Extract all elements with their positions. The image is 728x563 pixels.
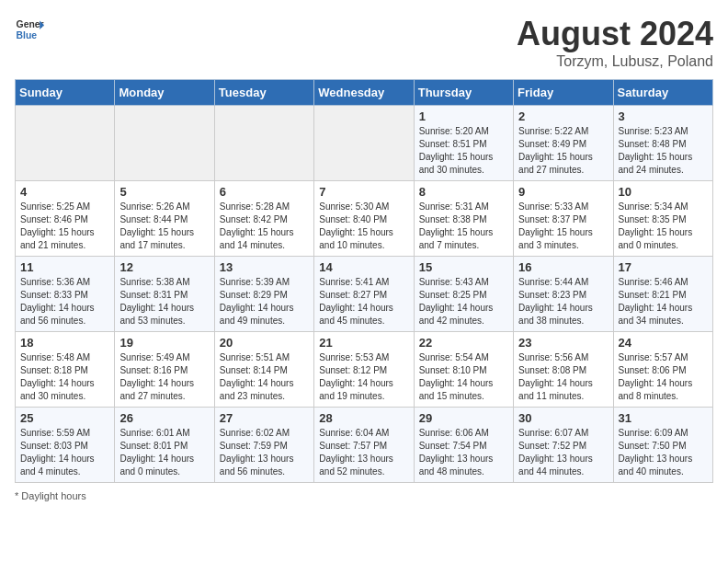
day-info: Sunrise: 5:53 AM Sunset: 8:12 PM Dayligh… [319,351,408,403]
day-info: Sunrise: 6:09 AM Sunset: 7:50 PM Dayligh… [619,427,708,478]
day-info: Sunrise: 5:46 AM Sunset: 8:21 PM Dayligh… [619,276,708,327]
calendar-cell [214,106,313,181]
calendar-cell: 17Sunrise: 5:46 AM Sunset: 8:21 PM Dayli… [613,257,712,332]
calendar-week-row: 4Sunrise: 5:25 AM Sunset: 8:46 PM Daylig… [16,181,713,257]
calendar-cell: 21Sunrise: 5:53 AM Sunset: 8:12 PM Dayli… [314,332,414,408]
day-info: Sunrise: 5:22 AM Sunset: 8:49 PM Dayligh… [518,125,608,177]
day-info: Sunrise: 5:20 AM Sunset: 8:51 PM Dayligh… [419,125,508,177]
day-info: Sunrise: 5:59 AM Sunset: 8:03 PM Dayligh… [20,427,109,478]
day-info: Sunrise: 6:01 AM Sunset: 8:01 PM Dayligh… [119,427,209,478]
calendar-cell: 14Sunrise: 5:41 AM Sunset: 8:27 PM Dayli… [314,257,414,332]
day-number: 6 [220,185,309,199]
day-number: 1 [419,109,508,123]
calendar-cell: 10Sunrise: 5:34 AM Sunset: 8:35 PM Dayli… [613,181,712,257]
day-number: 15 [419,260,508,274]
weekday-header: Thursday [414,80,513,106]
day-number: 19 [119,336,209,350]
day-info: Sunrise: 5:25 AM Sunset: 8:46 PM Dayligh… [20,201,109,252]
calendar-week-row: 18Sunrise: 5:48 AM Sunset: 8:18 PM Dayli… [16,332,713,408]
day-info: Sunrise: 5:36 AM Sunset: 8:33 PM Dayligh… [20,276,109,327]
title-block: August 2024 Torzym, Lubusz, Poland [517,15,713,70]
month-year: August 2024 [517,15,713,53]
day-info: Sunrise: 5:44 AM Sunset: 8:23 PM Dayligh… [518,276,608,327]
day-info: Sunrise: 5:38 AM Sunset: 8:31 PM Dayligh… [119,276,209,327]
weekday-header: Friday [514,80,613,106]
page-header: General Blue General Blue August 2024 To… [15,15,713,70]
calendar-cell: 31Sunrise: 6:09 AM Sunset: 7:50 PM Dayli… [613,408,712,483]
day-info: Sunrise: 5:33 AM Sunset: 8:37 PM Dayligh… [518,201,608,252]
day-info: Sunrise: 5:28 AM Sunset: 8:42 PM Dayligh… [220,201,309,252]
day-number: 27 [220,411,309,425]
day-number: 9 [518,185,608,199]
day-number: 25 [20,411,109,425]
calendar-cell: 3Sunrise: 5:23 AM Sunset: 8:48 PM Daylig… [613,106,712,181]
day-number: 13 [220,260,309,274]
calendar-cell: 15Sunrise: 5:43 AM Sunset: 8:25 PM Dayli… [414,257,513,332]
calendar-cell [115,106,214,181]
day-info: Sunrise: 6:02 AM Sunset: 7:59 PM Dayligh… [220,427,309,478]
calendar-cell: 13Sunrise: 5:39 AM Sunset: 8:29 PM Dayli… [214,257,313,332]
day-number: 31 [619,411,708,425]
day-info: Sunrise: 6:06 AM Sunset: 7:54 PM Dayligh… [419,427,508,478]
calendar-cell: 30Sunrise: 6:07 AM Sunset: 7:52 PM Dayli… [514,408,613,483]
calendar-cell: 19Sunrise: 5:49 AM Sunset: 8:16 PM Dayli… [115,332,214,408]
calendar-cell: 22Sunrise: 5:54 AM Sunset: 8:10 PM Dayli… [414,332,513,408]
calendar-cell: 12Sunrise: 5:38 AM Sunset: 8:31 PM Dayli… [115,257,214,332]
day-number: 8 [419,185,508,199]
day-info: Sunrise: 5:57 AM Sunset: 8:06 PM Dayligh… [619,351,708,403]
day-info: Sunrise: 5:48 AM Sunset: 8:18 PM Dayligh… [20,351,109,403]
day-info: Sunrise: 5:31 AM Sunset: 8:38 PM Dayligh… [419,201,508,252]
footer-note: * Daylight hours [15,490,713,501]
day-info: Sunrise: 5:34 AM Sunset: 8:35 PM Dayligh… [619,201,708,252]
day-info: Sunrise: 6:07 AM Sunset: 7:52 PM Dayligh… [518,427,608,478]
day-info: Sunrise: 5:51 AM Sunset: 8:14 PM Dayligh… [220,351,309,403]
day-number: 21 [319,336,408,350]
day-info: Sunrise: 5:30 AM Sunset: 8:40 PM Dayligh… [319,201,408,252]
day-info: Sunrise: 5:41 AM Sunset: 8:27 PM Dayligh… [319,276,408,327]
weekday-header: Sunday [16,80,115,106]
calendar-body: 1Sunrise: 5:20 AM Sunset: 8:51 PM Daylig… [16,106,713,483]
day-number: 3 [619,109,708,123]
day-info: Sunrise: 5:54 AM Sunset: 8:10 PM Dayligh… [419,351,508,403]
day-number: 2 [518,109,608,123]
calendar-cell: 29Sunrise: 6:06 AM Sunset: 7:54 PM Dayli… [414,408,513,483]
calendar-cell: 27Sunrise: 6:02 AM Sunset: 7:59 PM Dayli… [214,408,313,483]
calendar-cell: 28Sunrise: 6:04 AM Sunset: 7:57 PM Dayli… [314,408,414,483]
day-number: 10 [619,185,708,199]
day-info: Sunrise: 6:04 AM Sunset: 7:57 PM Dayligh… [319,427,408,478]
calendar-cell: 11Sunrise: 5:36 AM Sunset: 8:33 PM Dayli… [16,257,115,332]
calendar-cell: 25Sunrise: 5:59 AM Sunset: 8:03 PM Dayli… [16,408,115,483]
calendar-cell: 23Sunrise: 5:56 AM Sunset: 8:08 PM Dayli… [514,332,613,408]
location: Torzym, Lubusz, Poland [517,53,713,70]
svg-text:Blue: Blue [17,30,38,40]
calendar-cell: 20Sunrise: 5:51 AM Sunset: 8:14 PM Dayli… [214,332,313,408]
calendar-table: SundayMondayTuesdayWednesdayThursdayFrid… [15,79,713,483]
day-number: 14 [319,260,408,274]
day-info: Sunrise: 5:23 AM Sunset: 8:48 PM Dayligh… [619,125,708,177]
day-number: 30 [518,411,608,425]
calendar-cell: 26Sunrise: 6:01 AM Sunset: 8:01 PM Dayli… [115,408,214,483]
day-number: 20 [220,336,309,350]
day-number: 24 [619,336,708,350]
calendar-header: SundayMondayTuesdayWednesdayThursdayFrid… [16,80,713,106]
day-number: 7 [319,185,408,199]
calendar-cell: 6Sunrise: 5:28 AM Sunset: 8:42 PM Daylig… [214,181,313,257]
day-number: 17 [619,260,708,274]
day-number: 28 [319,411,408,425]
logo: General Blue General Blue [15,15,44,44]
calendar-cell: 9Sunrise: 5:33 AM Sunset: 8:37 PM Daylig… [514,181,613,257]
calendar-week-row: 1Sunrise: 5:20 AM Sunset: 8:51 PM Daylig… [16,106,713,181]
day-number: 4 [20,185,109,199]
calendar-week-row: 11Sunrise: 5:36 AM Sunset: 8:33 PM Dayli… [16,257,713,332]
calendar-cell: 16Sunrise: 5:44 AM Sunset: 8:23 PM Dayli… [514,257,613,332]
weekday-header: Monday [115,80,214,106]
day-number: 29 [419,411,508,425]
day-info: Sunrise: 5:26 AM Sunset: 8:44 PM Dayligh… [119,201,209,252]
weekday-header: Tuesday [214,80,313,106]
calendar-cell [16,106,115,181]
weekday-header: Saturday [613,80,712,106]
calendar-cell: 8Sunrise: 5:31 AM Sunset: 8:38 PM Daylig… [414,181,513,257]
day-number: 16 [518,260,608,274]
weekday-row: SundayMondayTuesdayWednesdayThursdayFrid… [16,80,713,106]
calendar-week-row: 25Sunrise: 5:59 AM Sunset: 8:03 PM Dayli… [16,408,713,483]
